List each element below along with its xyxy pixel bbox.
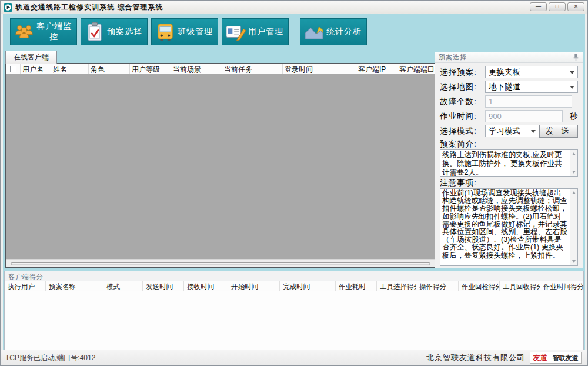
col-client-port[interactable]: 客户端端口	[397, 64, 435, 74]
class-manage-button[interactable]: 班级管理	[151, 18, 218, 45]
col-client-ip[interactable]: 客户端IP	[356, 64, 397, 74]
col-receive-time[interactable]: 接收时间	[184, 281, 228, 291]
pin-icon[interactable]	[573, 54, 579, 61]
scroll-down-icon[interactable]	[572, 171, 576, 174]
scroll-up-icon[interactable]	[572, 191, 576, 194]
user-manage-button[interactable]: 用户管理	[222, 18, 289, 45]
score-table-header: 执行用户 预案名称 模式 发送时间 接收时间 开始时间 完成时间 作业耗时 工具…	[5, 281, 583, 291]
col-username[interactable]: 用户名	[21, 64, 51, 74]
chevron-down-icon	[570, 86, 574, 89]
people-group-icon	[14, 21, 35, 42]
clients-table-header: 用户名 姓名 角色 用户等级 当前场景 当前任务 登录时间 客户端IP 客户端端…	[6, 64, 435, 74]
intro-label: 预案简介:	[440, 139, 578, 149]
plan-label: 选择预案:	[440, 67, 485, 78]
plan-dropdown-value: 更换夹板	[489, 67, 520, 78]
col-plan-name[interactable]: 预案名称	[46, 281, 103, 291]
col-work-time-score[interactable]: 作业时间得分	[540, 281, 583, 291]
col-exec-user[interactable]: 执行用户	[5, 281, 46, 291]
score-table-body	[5, 291, 583, 350]
col-tool-return-score[interactable]: 工具回收得分	[500, 281, 540, 291]
toolbar-button-label: 预案选择	[105, 26, 144, 37]
status-bar: TCP服务已启动,端口号:4012 北京智联友道科技有限公司 友道 智联友道	[1, 350, 587, 365]
score-panel-title: 客户端得分	[5, 271, 583, 281]
plan-select-panel: 预案选择 选择预案: 更换夹板 选择地图:	[435, 52, 583, 268]
title-bar: 轨道交通线路工检修实训系统 综合管理系统 — □ ✕	[1, 1, 587, 14]
col-tool-select-score[interactable]: 工具选择得分	[377, 281, 416, 291]
chevron-down-icon	[531, 130, 536, 133]
col-work-duration[interactable]: 作业耗时	[336, 281, 377, 291]
col-operation-score[interactable]: 操作得分	[416, 281, 459, 291]
toolbar-button-label: 客户端监控	[35, 21, 74, 42]
fault-count-input: 1	[485, 95, 572, 108]
col-finish-time[interactable]: 完成时间	[280, 281, 336, 291]
stats-analysis-button[interactable]: 统计分析	[300, 18, 367, 45]
clients-table-body	[6, 74, 435, 259]
id-card-pencil-icon	[225, 21, 246, 42]
toolbar-button-label: 班级管理	[176, 26, 215, 37]
mode-dropdown[interactable]: 学习模式	[485, 125, 539, 137]
plan-select-button[interactable]: 预案选择	[81, 18, 148, 45]
logo-dark-text: 智联友道	[553, 354, 579, 362]
tcp-status-text: TCP服务已启动,端口号:4012	[5, 353, 95, 363]
clipboard-check-icon	[84, 21, 105, 42]
col-mode[interactable]: 模式	[103, 281, 143, 291]
send-button[interactable]: 发 送	[539, 125, 578, 138]
minimize-button[interactable]: —	[530, 2, 547, 11]
chevron-down-icon	[570, 71, 574, 74]
client-monitor-button[interactable]: 客户端监控	[10, 18, 77, 45]
fault-count-label: 故障个数:	[440, 97, 485, 107]
toolbar-button-label: 用户管理	[246, 26, 285, 37]
toolbar-button-label: 统计分析	[325, 26, 363, 37]
logo-red-text: 友道	[533, 353, 547, 363]
col-current-scene[interactable]: 当前场景	[171, 64, 222, 74]
col-recheck-score[interactable]: 作业回检得分	[459, 281, 500, 291]
col-send-time[interactable]: 发送时间	[143, 281, 184, 291]
mode-label: 选择模式:	[440, 126, 485, 137]
map-dropdown[interactable]: 地下隧道	[485, 81, 578, 93]
work-time-label: 作业时间:	[440, 111, 485, 122]
notes-textbox[interactable]: 作业前(1)现场调查发现接头轨缝超出构造轨缝或瞎缝，应先调整轨缝；调查扣件螺栓是…	[440, 188, 578, 266]
map-dropdown-value: 地下隧道	[489, 82, 520, 92]
maximize-button[interactable]: □	[549, 2, 566, 11]
scroll-down-icon[interactable]	[572, 260, 576, 263]
bus-icon	[155, 21, 176, 42]
col-login-time[interactable]: 登录时间	[283, 64, 356, 74]
notes-scrollbar	[570, 189, 577, 265]
company-name: 北京智联友道科技有限公司	[426, 352, 525, 363]
scrollbar-thumb[interactable]	[11, 262, 430, 265]
company-logo: 友道 智联友道	[530, 352, 582, 364]
notes-text: 作业前(1)现场调查发现接头轨缝超出构造轨缝或瞎缝，应先调整轨缝；调查扣件螺栓是…	[442, 189, 567, 259]
select-all-checkbox[interactable]	[10, 66, 16, 72]
area-chart-icon	[303, 21, 325, 42]
col-name[interactable]: 姓名	[51, 64, 89, 74]
notes-label: 注意事项:	[440, 178, 578, 188]
client-area: 客户端监控 预案选择	[3, 14, 585, 350]
online-clients-table: 用户名 姓名 角色 用户等级 当前场景 当前任务 登录时间 客户端IP 客户端端…	[5, 63, 436, 268]
tab-online-clients[interactable]: 在线客户端	[5, 51, 57, 64]
col-role[interactable]: 角色	[89, 64, 130, 74]
window-controls: — □ ✕	[530, 2, 584, 11]
intro-scrollbar	[570, 150, 577, 176]
mode-dropdown-value: 学习模式	[489, 126, 520, 137]
logo-divider	[550, 354, 550, 361]
close-button[interactable]: ✕	[567, 2, 584, 11]
window-title: 轨道交通线路工检修实训系统 综合管理系统	[15, 2, 163, 12]
work-time-input: 900	[485, 110, 563, 122]
select-all-cell	[6, 64, 21, 74]
plan-panel-header: 预案选择	[435, 52, 583, 63]
main-toolbar: 客户端监控 预案选择	[10, 18, 367, 45]
plan-panel-title: 预案选择	[439, 53, 467, 62]
col-user-level[interactable]: 用户等级	[130, 64, 171, 74]
col-start-time[interactable]: 开始时间	[228, 281, 280, 291]
app-icon[interactable]	[4, 3, 12, 12]
client-score-panel: 客户端得分 执行用户 预案名称 模式 发送时间 接收时间 开始时间 完成时间 作…	[4, 271, 584, 350]
plan-panel-body: 选择预案: 更换夹板 选择地图: 地下隧道 故障个数: 1	[435, 63, 583, 266]
col-current-task[interactable]: 当前任务	[222, 64, 283, 74]
seconds-unit-label: 秒	[570, 111, 579, 122]
app-window: 轨道交通线路工检修实训系统 综合管理系统 — □ ✕ 客	[0, 0, 588, 366]
scroll-up-icon[interactable]	[572, 152, 576, 155]
horizontal-scrollbar	[6, 259, 435, 267]
plan-dropdown[interactable]: 更换夹板	[485, 66, 578, 78]
map-label: 选择地图:	[440, 82, 485, 92]
intro-textbox[interactable]: 线路上达到伤损标准的夹板,应及时更换。除施工防护外， 更换夹板作业共计需要2人。	[440, 149, 578, 177]
